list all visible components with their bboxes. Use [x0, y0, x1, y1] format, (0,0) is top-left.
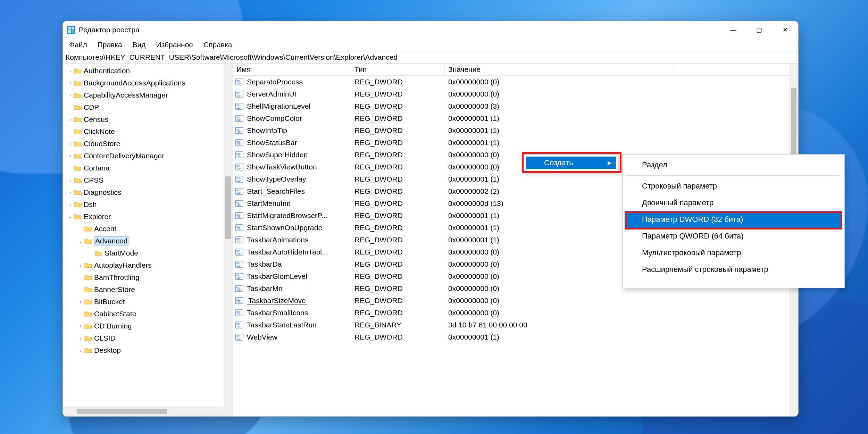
tree-item[interactable]: ›BackgroundAccessApplications	[63, 77, 233, 89]
menu-edit[interactable]: Правка	[98, 41, 122, 49]
menu-favorites[interactable]: Избранное	[156, 41, 193, 49]
ctx-new-qword[interactable]: Параметр QWORD (64 бита)	[625, 228, 842, 244]
registry-value-icon	[235, 175, 243, 183]
value-row[interactable]: TaskbarSizeMoveREG_DWORD0x00000000 (0)	[233, 294, 798, 307]
tree-item[interactable]: StartMode	[63, 247, 233, 259]
close-button[interactable]: ✕	[772, 21, 798, 39]
folder-icon	[74, 92, 82, 98]
folder-icon	[84, 262, 92, 268]
app-icon	[67, 26, 75, 34]
tree-item[interactable]: ›CLSID	[63, 332, 233, 344]
tree-item[interactable]: ⌄Advanced	[63, 235, 233, 247]
ctx-new-binary[interactable]: Двоичный параметр	[625, 194, 842, 211]
value-row[interactable]: TaskbarStateLastRunREG_BINARY3d 10 b7 61…	[233, 319, 798, 331]
list-header: Имя Тип Значение	[233, 64, 798, 76]
tree-item[interactable]: ›Desktop	[63, 344, 233, 356]
column-name[interactable]: Имя	[233, 64, 351, 75]
value-data: 0x00000000 (0)	[445, 90, 674, 98]
value-name: TaskbarGlomLevel	[243, 272, 351, 281]
value-type: REG_DWORD	[351, 224, 445, 232]
ctx-new-string[interactable]: Строковый параметр	[625, 178, 842, 194]
value-row[interactable]: SeparateProcessREG_DWORD0x00000000 (0)	[233, 76, 798, 88]
tree-item[interactable]: ›BitBucket	[63, 295, 233, 308]
value-row[interactable]: ServerAdminUIREG_DWORD0x00000000 (0)	[233, 88, 798, 100]
ctx-new-expandstring[interactable]: Расширяемый строковый параметр	[625, 261, 842, 278]
tree-item[interactable]: ›Authentication	[63, 65, 233, 77]
value-row[interactable]: ShowStatusBarREG_DWORD0x00000001 (1)	[233, 136, 798, 149]
titlebar[interactable]: Редактор реестра — ▢ ✕	[63, 21, 798, 39]
expand-icon[interactable]: ›	[66, 177, 74, 183]
ctx-create[interactable]: Создать ▶	[526, 157, 616, 169]
folder-icon	[74, 104, 82, 110]
tree-item[interactable]: ›Dsh	[63, 198, 233, 210]
menu-help[interactable]: Справка	[203, 41, 232, 49]
tree-item[interactable]: ›CPSS	[63, 174, 233, 186]
tree-item-label: CD Burning	[94, 322, 132, 330]
value-type: REG_DWORD	[351, 90, 445, 98]
expand-icon[interactable]: ›	[77, 262, 84, 268]
tree-pane: ›Authentication›BackgroundAccessApplicat…	[63, 64, 233, 416]
tree-item[interactable]: ›CD Burning	[63, 320, 233, 332]
value-name: SeparateProcess	[243, 78, 351, 86]
value-name: TaskbarMn	[243, 284, 351, 293]
expand-icon[interactable]: ›	[77, 323, 84, 329]
value-data: 0x00000000 (0)	[445, 78, 674, 86]
ctx-new-key[interactable]: Раздел	[625, 157, 842, 173]
value-name: ShowSuperHidden	[243, 151, 351, 159]
tree-item[interactable]: ›CloudStore	[63, 137, 233, 150]
tree-item[interactable]: ›ContentDeliveryManager	[63, 150, 233, 162]
ctx-new-multistring[interactable]: Мультистроковый параметр	[625, 244, 842, 261]
context-menu-new: Раздел Строковый параметр Двоичный парам…	[622, 154, 845, 288]
menu-file[interactable]: Файл	[69, 41, 87, 49]
expand-icon[interactable]: ›	[66, 141, 74, 147]
expand-icon[interactable]: ›	[66, 117, 74, 122]
value-name: ServerAdminUI	[243, 90, 351, 98]
tree-item-label: StartMode	[105, 249, 138, 257]
tree-item[interactable]: Accent	[63, 223, 233, 235]
expand-icon[interactable]: ›	[77, 348, 84, 353]
expand-icon[interactable]: ›	[66, 202, 74, 207]
value-row[interactable]: ShowCompColorREG_DWORD0x00000001 (1)	[233, 112, 798, 124]
tree-item[interactable]: ›Census	[63, 113, 233, 125]
value-row[interactable]: ShellMigrationLevelREG_DWORD0x00000003 (…	[233, 100, 798, 112]
expand-icon[interactable]: ›	[77, 299, 84, 304]
registry-tree[interactable]: ›Authentication›BackgroundAccessApplicat…	[63, 64, 233, 356]
expand-icon[interactable]: ›	[66, 92, 74, 98]
tree-item-label: BamThrottling	[94, 273, 140, 282]
value-type: REG_DWORD	[351, 309, 445, 317]
ctx-new-dword[interactable]: Параметр DWORD (32 бита)	[625, 211, 842, 228]
expand-icon[interactable]: ›	[66, 190, 74, 195]
expand-icon[interactable]: ›	[66, 80, 74, 86]
column-value[interactable]: Значение	[445, 64, 674, 75]
expand-icon[interactable]: ⌄	[66, 214, 74, 219]
expand-icon[interactable]: ⌄	[77, 238, 84, 244]
tree-item[interactable]: BannerStore	[63, 283, 233, 295]
tree-item[interactable]: ClickNote	[63, 125, 233, 137]
tree-item[interactable]: ⌄Explorer	[63, 210, 233, 223]
column-type[interactable]: Тип	[351, 64, 445, 75]
expand-icon[interactable]: ›	[66, 68, 74, 74]
tree-horizontal-scrollbar[interactable]	[63, 407, 233, 416]
tree-item-label: CapabilityAccessManager	[84, 91, 168, 99]
tree-vertical-scrollbar[interactable]	[224, 64, 233, 407]
tree-item[interactable]: CDP	[63, 101, 233, 113]
tree-item[interactable]: CabinetState	[63, 308, 233, 320]
value-row[interactable]: WebViewREG_DWORD0x00000001 (1)	[233, 331, 798, 343]
registry-value-icon	[235, 309, 243, 317]
address-bar[interactable]: Компьютер\HKEY_CURRENT_USER\Software\Mic…	[63, 51, 798, 64]
tree-item[interactable]: BamThrottling	[63, 271, 233, 283]
value-row[interactable]: ShowInfoTipREG_DWORD0x00000001 (1)	[233, 124, 798, 136]
expand-icon[interactable]: ›	[77, 335, 84, 341]
tree-item[interactable]: ›AutoplayHandlers	[63, 259, 233, 271]
value-row[interactable]: TaskbarSmallIconsREG_DWORD0x00000000 (0)	[233, 307, 798, 319]
tree-item[interactable]: ›Diagnostics	[63, 186, 233, 198]
folder-icon	[74, 201, 82, 208]
tree-item[interactable]: ›CapabilityAccessManager	[63, 89, 233, 101]
expand-icon[interactable]: ›	[66, 153, 74, 159]
menu-view[interactable]: Вид	[133, 41, 146, 49]
tree-item-label: CabinetState	[94, 310, 136, 318]
tree-item[interactable]: Cortana	[63, 162, 233, 174]
registry-value-icon	[235, 139, 243, 147]
minimize-button[interactable]: —	[720, 21, 746, 39]
maximize-button[interactable]: ▢	[746, 21, 772, 39]
